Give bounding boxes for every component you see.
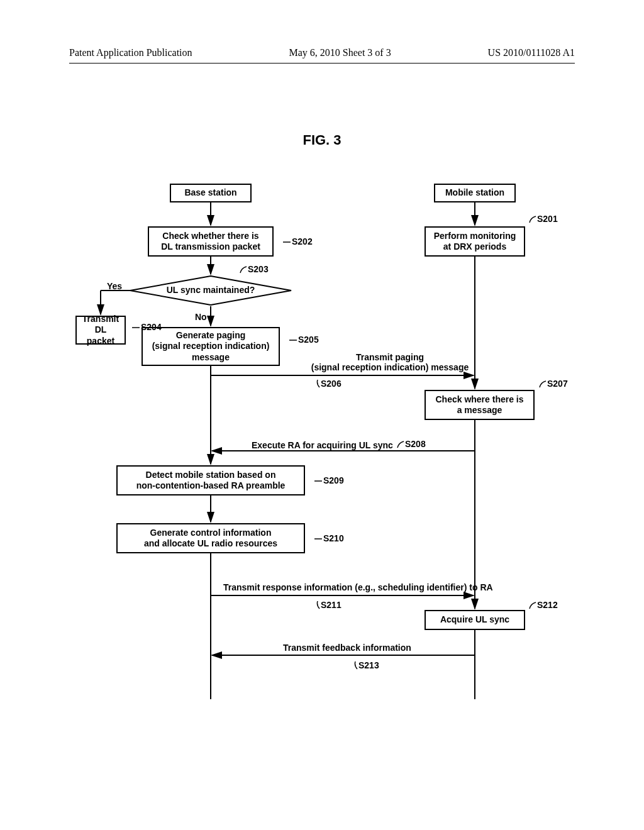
label-s203: S203 [239,264,269,274]
label-s202: S202 [283,236,313,246]
box-s201: Perform monitoring at DRX periods [425,226,525,257]
box-base-station: Base station [170,184,252,202]
label-s210: S210 [314,533,344,543]
header-rule [69,63,575,64]
label-s204: S204 [132,322,162,332]
box-s204: Transmit DL packet [75,316,126,345]
box-s209: Detect mobile station based on non-conte… [116,465,305,495]
figure-title: FIG. 3 [0,132,644,148]
label-s206: S206 [314,379,341,389]
box-s212: Acquire UL sync [425,610,525,630]
label-msg-response: Transmit response information (e.g., sch… [223,582,493,592]
box-mobile-station: Mobile station [434,184,516,202]
label-s201: S201 [528,214,558,224]
header-right: US 2010/0111028 A1 [488,47,575,58]
label-yes: Yes [107,281,122,291]
diamond-s203: UL sync maintained? [129,275,292,306]
label-msg-paging: Transmit paging (signal reception indica… [308,352,472,372]
label-s211: S211 [314,600,341,610]
flowchart-diagram: Base station Mobile station Check whethe… [75,184,566,731]
label-s207: S207 [538,379,568,389]
box-s205: Generate paging (signal reception indica… [142,327,280,366]
header-left: Patent Application Publication [69,47,192,58]
label-s213: S213 [352,660,379,670]
box-s210: Generate control information and allocat… [116,523,305,553]
label-msg-ra: Execute RA for acquiring UL sync [252,440,393,450]
label-s209: S209 [314,475,344,485]
label-s212: S212 [528,600,558,610]
box-s207: Check where there is a message [425,390,535,420]
diamond-s203-text: UL sync maintained? [129,285,292,295]
label-msg-feedback: Transmit feedback information [283,643,411,653]
label-no: No [195,312,207,322]
box-s202: Check whether there is DL transmission p… [148,226,274,257]
header-center: May 6, 2010 Sheet 3 of 3 [289,47,391,58]
label-s208: S208 [396,439,426,449]
label-s205: S205 [289,335,319,345]
